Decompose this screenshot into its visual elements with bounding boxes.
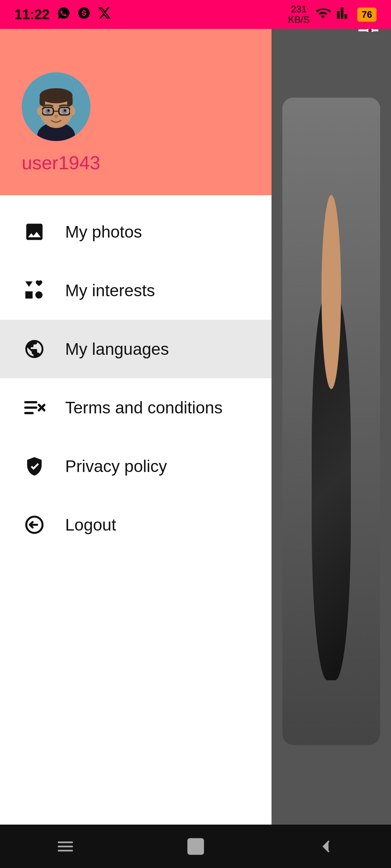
nav-menu-button[interactable]: [51, 832, 80, 861]
svg-marker-17: [25, 281, 33, 287]
menu-item-terms[interactable]: Terms and conditions: [0, 378, 272, 437]
globe-icon: [22, 336, 47, 362]
username: user1943: [22, 152, 250, 174]
svg-point-13: [64, 110, 66, 112]
wifi-icon: [315, 5, 331, 24]
shield-icon: [22, 454, 47, 479]
twitter-icon: [97, 6, 111, 23]
sidebar: user1943 My photos: [0, 0, 272, 868]
logout-icon: [22, 512, 47, 537]
terms-label: Terms and conditions: [65, 398, 223, 417]
logout-label: Logout: [65, 515, 116, 535]
svg-point-15: [37, 107, 42, 115]
menu-item-my-languages[interactable]: My languages: [0, 320, 272, 378]
whatsapp-icon: [57, 6, 71, 23]
battery-indicator: 76: [357, 8, 377, 22]
svg-rect-6: [67, 96, 72, 106]
status-bar: 11:22 231KB/S 76: [0, 0, 391, 29]
svg-rect-5: [39, 96, 45, 106]
status-time: 11:22: [14, 7, 50, 22]
svg-point-14: [54, 115, 58, 118]
sidebar-header: user1943: [0, 0, 272, 195]
nav-back-button[interactable]: [311, 832, 340, 861]
menu-item-my-interests[interactable]: My interests: [0, 261, 272, 320]
signal-icon: [336, 5, 352, 24]
shazam-icon: [77, 6, 91, 23]
svg-point-19: [35, 292, 43, 299]
my-interests-label: My interests: [65, 281, 155, 300]
menu-item-privacy[interactable]: Privacy policy: [0, 437, 272, 495]
my-photos-label: My photos: [65, 222, 142, 242]
bottom-nav: [0, 825, 391, 868]
svg-point-16: [70, 107, 75, 115]
my-languages-label: My languages: [65, 339, 169, 359]
photo-icon: [22, 219, 47, 244]
nav-home-button[interactable]: [181, 832, 210, 861]
svg-rect-32: [188, 839, 203, 854]
svg-point-12: [47, 110, 50, 112]
data-speed: 231KB/S: [288, 4, 310, 25]
profile-card[interactable]: [282, 98, 380, 745]
privacy-label: Privacy policy: [65, 456, 167, 476]
right-panel: [272, 0, 391, 868]
interests-icon: [22, 278, 47, 303]
avatar[interactable]: [22, 72, 91, 141]
terms-icon: [22, 395, 47, 420]
menu-item-logout[interactable]: Logout: [0, 495, 272, 554]
svg-rect-18: [25, 292, 33, 299]
menu-list: My photos My interests: [0, 195, 272, 561]
menu-item-my-photos[interactable]: My photos: [0, 203, 272, 261]
